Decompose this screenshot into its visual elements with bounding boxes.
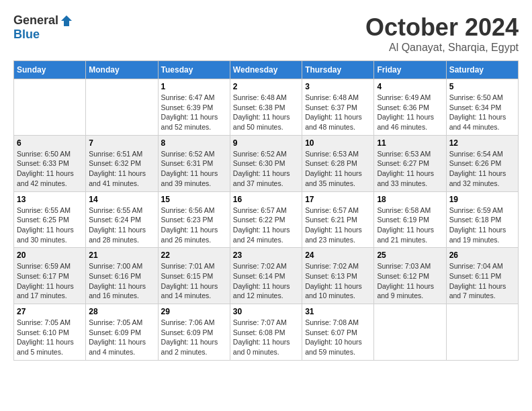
- sunrise: Sunrise: 7:07 AM: [233, 318, 287, 326]
- table-row: 17Sunrise: 6:57 AMSunset: 6:21 PMDayligh…: [302, 191, 374, 248]
- cell-content: Sunrise: 6:55 AMSunset: 6:24 PMDaylight:…: [89, 205, 154, 245]
- sunrise: Sunrise: 6:56 AM: [161, 206, 215, 214]
- sunrise: Sunrise: 7:08 AM: [305, 318, 359, 326]
- daylight: Daylight: 11 hours and 48 minutes.: [305, 113, 362, 131]
- logo-general: General: [13, 13, 58, 28]
- logo: General Blue: [13, 13, 75, 42]
- day-number: 22: [161, 250, 227, 260]
- calendar-week-row: 27Sunrise: 7:05 AMSunset: 6:10 PMDayligh…: [14, 304, 519, 361]
- table-row: 10Sunrise: 6:53 AMSunset: 6:28 PMDayligh…: [302, 135, 374, 191]
- sunrise: Sunrise: 7:03 AM: [377, 262, 431, 270]
- sunrise: Sunrise: 6:52 AM: [233, 150, 287, 158]
- day-number: 15: [161, 195, 227, 204]
- day-number: 17: [305, 195, 371, 204]
- sunrise: Sunrise: 6:51 AM: [89, 150, 142, 158]
- table-row: 14Sunrise: 6:55 AMSunset: 6:24 PMDayligh…: [86, 191, 158, 248]
- daylight: Daylight: 11 hours and 35 minutes.: [305, 169, 362, 187]
- table-row: 2Sunrise: 6:48 AMSunset: 6:38 PMDaylight…: [230, 79, 302, 136]
- day-number: 12: [449, 138, 515, 148]
- table-row: 18Sunrise: 6:58 AMSunset: 6:19 PMDayligh…: [374, 191, 446, 248]
- table-row: 31Sunrise: 7:08 AMSunset: 6:07 PMDayligh…: [302, 304, 374, 361]
- day-number: 3: [305, 82, 371, 91]
- logo-blue: Blue: [13, 28, 40, 42]
- sunrise: Sunrise: 6:57 AM: [233, 206, 287, 214]
- sunrise: Sunrise: 7:05 AM: [17, 318, 71, 326]
- calendar-week-row: 13Sunrise: 6:55 AMSunset: 6:25 PMDayligh…: [14, 191, 519, 248]
- table-row: 15Sunrise: 6:56 AMSunset: 6:23 PMDayligh…: [158, 191, 230, 248]
- sunrise: Sunrise: 7:06 AM: [161, 318, 215, 326]
- cell-content: Sunrise: 7:03 AMSunset: 6:12 PMDaylight:…: [377, 261, 443, 301]
- sunset: Sunset: 6:22 PM: [233, 216, 285, 224]
- cell-content: Sunrise: 7:02 AMSunset: 6:13 PMDaylight:…: [305, 261, 371, 301]
- cell-content: Sunrise: 7:08 AMSunset: 6:07 PMDaylight:…: [305, 318, 371, 357]
- table-row: 16Sunrise: 6:57 AMSunset: 6:22 PMDayligh…: [230, 191, 302, 248]
- cell-content: Sunrise: 6:52 AMSunset: 6:30 PMDaylight:…: [233, 149, 299, 189]
- sunset: Sunset: 6:31 PM: [161, 159, 214, 167]
- daylight: Daylight: 11 hours and 9 minutes.: [377, 282, 434, 300]
- sunset: Sunset: 6:18 PM: [449, 216, 502, 224]
- sunset: Sunset: 6:38 PM: [233, 103, 285, 111]
- sunset: Sunset: 6:30 PM: [233, 159, 285, 167]
- daylight: Daylight: 11 hours and 50 minutes.: [233, 113, 290, 131]
- cell-content: Sunrise: 6:59 AMSunset: 6:18 PMDaylight:…: [449, 205, 515, 245]
- sunset: Sunset: 6:09 PM: [161, 328, 214, 336]
- sunrise: Sunrise: 6:58 AM: [377, 206, 431, 214]
- table-row: 11Sunrise: 6:53 AMSunset: 6:27 PMDayligh…: [374, 135, 446, 191]
- sunrise: Sunrise: 6:50 AM: [449, 93, 503, 101]
- table-row: 7Sunrise: 6:51 AMSunset: 6:32 PMDaylight…: [86, 135, 158, 191]
- header-tuesday: Tuesday: [158, 61, 230, 79]
- sunset: Sunset: 6:36 PM: [377, 103, 429, 111]
- table-row: [446, 304, 518, 361]
- header-thursday: Thursday: [302, 61, 374, 79]
- sunset: Sunset: 6:27 PM: [377, 159, 429, 167]
- cell-content: Sunrise: 6:58 AMSunset: 6:19 PMDaylight:…: [377, 205, 443, 245]
- sunset: Sunset: 6:25 PM: [17, 216, 69, 224]
- sunset: Sunset: 6:28 PM: [305, 159, 357, 167]
- day-number: 11: [377, 138, 443, 148]
- day-number: 28: [89, 307, 154, 316]
- table-row: 4Sunrise: 6:49 AMSunset: 6:36 PMDaylight…: [374, 79, 446, 136]
- sunrise: Sunrise: 6:47 AM: [161, 93, 215, 101]
- sunrise: Sunrise: 7:02 AM: [305, 262, 359, 270]
- cell-content: Sunrise: 7:00 AMSunset: 6:16 PMDaylight:…: [89, 261, 154, 301]
- table-row: 29Sunrise: 7:06 AMSunset: 6:09 PMDayligh…: [158, 304, 230, 361]
- day-number: 1: [161, 82, 227, 91]
- day-number: 20: [17, 250, 83, 260]
- day-number: 30: [233, 307, 299, 316]
- daylight: Daylight: 11 hours and 4 minutes.: [89, 338, 146, 356]
- day-number: 13: [17, 195, 83, 204]
- sunset: Sunset: 6:21 PM: [305, 216, 357, 224]
- title-area: October 2024 Al Qanayat, Sharqia, Egypt: [365, 13, 519, 54]
- sunrise: Sunrise: 6:52 AM: [161, 150, 215, 158]
- day-number: 21: [89, 250, 154, 260]
- sunset: Sunset: 6:37 PM: [305, 103, 357, 111]
- table-row: 5Sunrise: 6:50 AMSunset: 6:34 PMDaylight…: [446, 79, 518, 136]
- cell-content: Sunrise: 6:52 AMSunset: 6:31 PMDaylight:…: [161, 149, 227, 189]
- day-number: 9: [233, 138, 299, 148]
- sunrise: Sunrise: 7:00 AM: [89, 262, 142, 270]
- table-row: 9Sunrise: 6:52 AMSunset: 6:30 PMDaylight…: [230, 135, 302, 191]
- daylight: Daylight: 11 hours and 46 minutes.: [377, 113, 434, 131]
- daylight: Daylight: 11 hours and 17 minutes.: [17, 282, 74, 300]
- sunrise: Sunrise: 6:55 AM: [89, 206, 142, 214]
- cell-content: Sunrise: 6:51 AMSunset: 6:32 PMDaylight:…: [89, 149, 154, 189]
- sunset: Sunset: 6:26 PM: [449, 159, 502, 167]
- daylight: Daylight: 11 hours and 24 minutes.: [233, 226, 290, 244]
- daylight: Daylight: 11 hours and 23 minutes.: [305, 226, 362, 244]
- daylight: Daylight: 11 hours and 32 minutes.: [449, 169, 506, 187]
- day-number: 8: [161, 138, 227, 148]
- sunrise: Sunrise: 6:49 AM: [377, 93, 431, 101]
- sunrise: Sunrise: 6:53 AM: [377, 150, 431, 158]
- table-row: [374, 304, 446, 361]
- month-title: October 2024: [365, 13, 519, 42]
- cell-content: Sunrise: 7:05 AMSunset: 6:10 PMDaylight:…: [17, 318, 83, 357]
- sunset: Sunset: 6:14 PM: [233, 272, 285, 280]
- sunrise: Sunrise: 6:53 AM: [305, 150, 359, 158]
- sunset: Sunset: 6:23 PM: [161, 216, 214, 224]
- header-sunday: Sunday: [14, 61, 86, 79]
- sunset: Sunset: 6:12 PM: [377, 272, 429, 280]
- day-number: 14: [89, 195, 154, 204]
- sunrise: Sunrise: 6:55 AM: [17, 206, 71, 214]
- day-number: 19: [449, 195, 515, 204]
- table-row: 30Sunrise: 7:07 AMSunset: 6:08 PMDayligh…: [230, 304, 302, 361]
